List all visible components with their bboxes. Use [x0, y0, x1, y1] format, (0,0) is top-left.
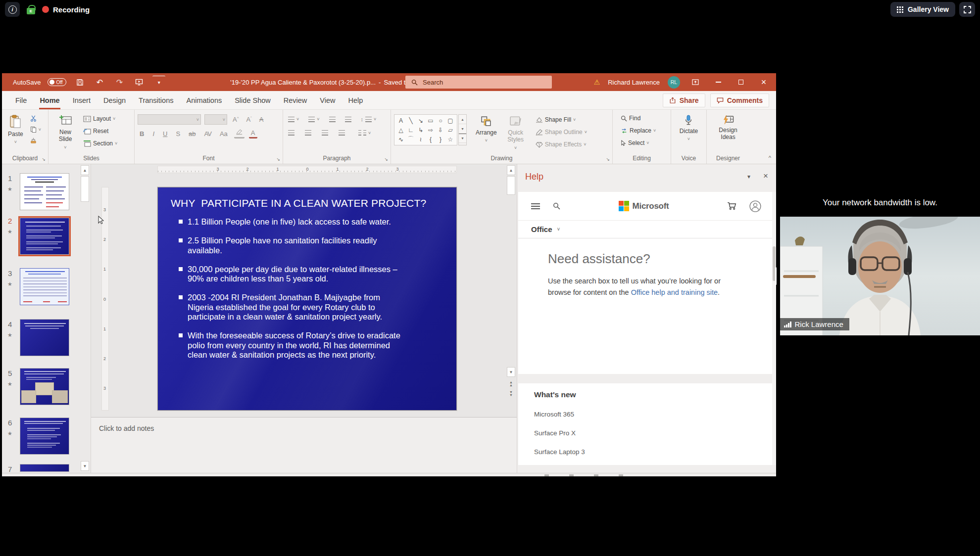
tab-animations[interactable]: Animations	[180, 91, 228, 109]
thumb-scroll-down-button[interactable]: ▼	[81, 461, 89, 471]
slide-1-thumb[interactable]	[20, 173, 69, 210]
italic-button[interactable]: I	[150, 130, 156, 138]
fullscreen-button[interactable]	[959, 2, 975, 17]
increase-indent-button[interactable]	[343, 116, 353, 123]
line-spacing-button[interactable]: ↕˅	[359, 115, 379, 123]
shape-line[interactable]: ╲	[406, 116, 416, 125]
new-slide-button[interactable]: New Slide ˅	[51, 113, 79, 152]
scroll-up-button[interactable]: ▲	[507, 165, 515, 175]
shape-freeform[interactable]: ▱	[445, 125, 455, 135]
slide-title[interactable]: WHY PARTICIPATE IN A CLEAN WATER PROJECT…	[171, 197, 442, 209]
office-help-link[interactable]: Office help and training site	[631, 288, 718, 296]
drawing-dialog-launcher[interactable]: ↘	[606, 157, 610, 162]
slide-sorter-view-button[interactable]	[569, 474, 574, 476]
layout-button[interactable]: Layout˅	[81, 114, 119, 123]
quick-styles-button[interactable]: Quick Styles ˅	[502, 114, 530, 152]
shape-elbow-arrow-connector[interactable]: ↳	[416, 125, 426, 135]
slide-body[interactable]: 1.1 Billion People (one in five) lack ac…	[179, 217, 416, 360]
justify-button[interactable]	[337, 129, 347, 137]
help-pane-menu-caret[interactable]: ▾	[747, 173, 750, 180]
whats-new-link-surface-pro-x[interactable]: Surface Pro X	[534, 429, 774, 437]
tab-home[interactable]: Home	[33, 91, 66, 109]
scroll-down-button[interactable]: ▼	[507, 367, 515, 377]
clear-formatting-button[interactable]: A	[257, 115, 266, 124]
search-box[interactable]: Search	[405, 76, 552, 89]
warning-icon[interactable]: ⚠	[594, 78, 600, 86]
slide-2-thumb[interactable]	[20, 218, 69, 255]
dictate-button[interactable]: Dictate ˅	[677, 113, 701, 143]
account-icon[interactable]	[749, 200, 761, 212]
decrease-indent-button[interactable]	[327, 116, 338, 123]
help-pane-close-button[interactable]: ×	[763, 173, 768, 180]
customize-quick-access-button[interactable]: ▾	[152, 76, 165, 89]
ribbon-display-options-button[interactable]	[688, 75, 703, 90]
shapes-more-button[interactable]: ▼	[459, 134, 466, 143]
slide-5-thumb[interactable]	[20, 368, 69, 405]
arrange-button[interactable]: Arrange ˅	[473, 114, 500, 145]
design-ideas-button[interactable]: Design Ideas	[715, 113, 741, 142]
scroll-thumb[interactable]	[507, 176, 515, 195]
help-search-icon[interactable]	[553, 202, 560, 210]
section-button[interactable]: Section˅	[81, 139, 119, 148]
shape-arc[interactable]: ⌒	[406, 135, 416, 144]
shapes-scroll-up[interactable]: ▲	[459, 115, 466, 124]
highlight-color-button[interactable]	[234, 129, 245, 139]
slide-6-thumb[interactable]	[20, 417, 69, 455]
comments-button[interactable]: Comments	[710, 93, 769, 107]
shape-right-brace[interactable]: }	[436, 135, 445, 144]
shape-oval[interactable]: ○	[436, 116, 445, 125]
paragraph-dialog-launcher[interactable]: ↘	[384, 157, 388, 162]
select-button[interactable]: Select˅	[619, 139, 651, 147]
find-button[interactable]: Find	[619, 114, 642, 123]
shape-rectangle[interactable]: ▭	[426, 116, 436, 125]
tab-insert[interactable]: Insert	[66, 91, 97, 109]
copy-button[interactable]: ˅	[28, 125, 43, 134]
font-name-combo[interactable]: ˅	[138, 114, 201, 125]
minimize-button[interactable]	[711, 75, 726, 90]
align-center-button[interactable]	[303, 129, 313, 137]
numbering-button[interactable]: ˅	[306, 116, 321, 123]
align-right-button[interactable]	[320, 129, 330, 137]
account-name[interactable]: Richard Lawrence	[608, 79, 660, 86]
shape-rounded-rectangle[interactable]: ▢	[445, 116, 455, 125]
slideshow-view-button[interactable]	[619, 474, 623, 476]
tab-view[interactable]: View	[313, 91, 342, 109]
format-painter-button[interactable]	[28, 136, 43, 144]
whats-new-link-microsoft-365[interactable]: Microsoft 365	[534, 411, 774, 418]
whats-new-link-surface-laptop-3[interactable]: Surface Laptop 3	[534, 448, 774, 456]
shape-outline-button[interactable]: Shape Outline˅	[534, 128, 589, 137]
tab-review[interactable]: Review	[277, 91, 314, 109]
autosave-toggle[interactable]: Off	[48, 78, 66, 86]
shape-left-brace[interactable]: {	[426, 135, 436, 144]
account-avatar[interactable]: RL	[668, 76, 680, 89]
next-slide-button[interactable]: ▼▼	[507, 389, 515, 399]
gallery-view-button[interactable]: Gallery View	[890, 2, 955, 17]
clipboard-dialog-launcher[interactable]: ↘	[42, 157, 46, 162]
reading-view-button[interactable]	[594, 474, 598, 476]
reset-button[interactable]: Reset	[81, 127, 119, 136]
tab-design[interactable]: Design	[97, 91, 132, 109]
tab-help[interactable]: Help	[342, 91, 369, 109]
notes-placeholder[interactable]: Click to add notes	[99, 424, 517, 432]
cut-button[interactable]	[28, 114, 43, 123]
participant-video-tile[interactable]: Rick Lawrence	[780, 217, 980, 335]
grow-font-button[interactable]: A^	[231, 115, 241, 124]
shape-text-box[interactable]: A	[399, 117, 403, 124]
close-button[interactable]: ×	[756, 75, 771, 90]
bullets-button[interactable]: ˅	[286, 116, 301, 123]
redo-button[interactable]: ↷	[113, 76, 126, 89]
thumb-scroll-up-button[interactable]: ▲	[81, 165, 89, 175]
shape-star[interactable]: ☆	[445, 135, 455, 144]
thumb-scroll-thumb[interactable]	[81, 176, 89, 202]
shape-scribble[interactable]: ∿	[396, 135, 406, 144]
microsoft-logo[interactable]: Microsoft	[619, 201, 669, 211]
shape-triangle[interactable]: △	[396, 125, 406, 135]
shape-fill-button[interactable]: Shape Fill˅	[534, 115, 589, 124]
slide-7-thumb[interactable]	[20, 464, 69, 472]
tab-transitions[interactable]: Transitions	[132, 91, 180, 109]
shape-effects-button[interactable]: Shape Effects˅	[534, 140, 589, 149]
panel-drag-handle[interactable]	[775, 267, 777, 285]
align-left-button[interactable]	[286, 129, 296, 137]
start-slideshow-button[interactable]	[133, 76, 146, 89]
shape-down-arrow[interactable]: ⇩	[436, 125, 445, 135]
